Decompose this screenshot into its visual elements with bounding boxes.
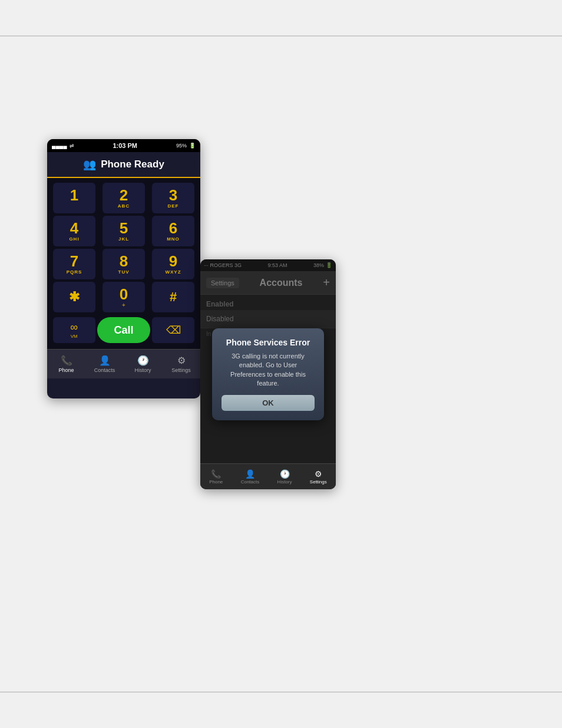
dialog-ok-button[interactable]: OK bbox=[222, 395, 315, 411]
phone1-header-icon: 👥 bbox=[83, 158, 96, 171]
phone1-action-row: ∞ VM Call ⌫ bbox=[49, 315, 198, 347]
phone2-tab-settings[interactable]: ⚙ Settings bbox=[310, 469, 327, 485]
dial-key-0[interactable]: 0 + bbox=[103, 282, 145, 312]
dialog-message: 3G calling is not currently enabled. Go … bbox=[222, 352, 315, 388]
dial-num-6: 6 bbox=[169, 220, 177, 236]
phone1-status-bar: ▄▄▄▄ ⇌ 1:03 PM 95% 🔋 bbox=[47, 139, 200, 152]
phone2-phone-icon: 📞 bbox=[211, 469, 221, 479]
phone1-header-title: Phone Ready bbox=[101, 159, 164, 170]
dial-key-3[interactable]: 3 DEF bbox=[152, 183, 194, 213]
dial-key-star[interactable]: ✱ bbox=[53, 282, 95, 312]
dial-num-star: ✱ bbox=[69, 291, 80, 304]
settings-tab-label: Settings bbox=[171, 367, 191, 373]
dial-key-7[interactable]: 7 PQRS bbox=[53, 249, 95, 279]
settings-tab-icon: ⚙ bbox=[177, 355, 186, 366]
dial-num-0: 0 bbox=[120, 286, 128, 302]
phone1-time: 1:03 PM bbox=[113, 142, 137, 149]
phone-tab-icon: 📞 bbox=[61, 355, 72, 366]
phone1-header: 👥 Phone Ready bbox=[47, 152, 200, 178]
dial-num-hash: # bbox=[170, 291, 177, 304]
call-button[interactable]: Call bbox=[97, 317, 150, 343]
phone2-phone-label: Phone bbox=[209, 479, 223, 485]
dialog-title: Phone Services Error bbox=[222, 338, 315, 347]
phone2-device: ··· ROGERS 3G 9:53 AM 38% 🔋 Settings Acc… bbox=[200, 259, 336, 489]
delete-button[interactable]: ⌫ bbox=[152, 317, 194, 343]
history-tab-icon: 🕐 bbox=[137, 355, 149, 366]
phone2-history-label: History bbox=[277, 479, 292, 485]
dial-num-7: 7 bbox=[70, 253, 78, 269]
dialpad-row-1: 1 2 ABC 3 DEF bbox=[49, 183, 198, 213]
phone2-contacts-label: Contacts bbox=[241, 479, 260, 485]
phone2-tab-contacts[interactable]: 👤 Contacts bbox=[241, 469, 260, 485]
phone2-contacts-icon: 👤 bbox=[245, 469, 255, 479]
phone1-tabbar: 📞 Phone 👤 Contacts 🕐 History ⚙ Settings bbox=[47, 349, 200, 378]
history-tab-label: History bbox=[134, 367, 151, 373]
dial-num-8: 8 bbox=[120, 253, 128, 269]
delete-icon: ⌫ bbox=[166, 324, 181, 337]
dial-key-5[interactable]: 5 JKL bbox=[103, 216, 145, 246]
dialpad-row-2: 4 GHI 5 JKL 6 MNO bbox=[49, 216, 198, 246]
phone2-tabbar: 📞 Phone 👤 Contacts 🕐 History ⚙ Settings bbox=[200, 463, 336, 489]
dial-key-6[interactable]: 6 MNO bbox=[152, 216, 194, 246]
phone1-signal-icon: ▄▄▄▄ bbox=[52, 143, 67, 149]
phone1-status-right: 95% 🔋 bbox=[176, 143, 196, 149]
dial-num-4: 4 bbox=[70, 220, 78, 236]
dial-letters-4: GHI bbox=[69, 236, 79, 242]
phone2-history-icon: 🕐 bbox=[280, 469, 290, 479]
phone2-dialog: Phone Services Error 3G calling is not c… bbox=[212, 328, 324, 421]
dial-key-8[interactable]: 8 TUV bbox=[103, 249, 145, 279]
call-label: Call bbox=[114, 324, 133, 337]
phone1-device: ▄▄▄▄ ⇌ 1:03 PM 95% 🔋 👥 Phone Ready 1 2 A… bbox=[47, 139, 200, 398]
phone2-dialog-overlay: Phone Services Error 3G calling is not c… bbox=[200, 259, 336, 489]
dial-letters-1 bbox=[73, 203, 75, 209]
dial-letters-3: DEF bbox=[168, 203, 179, 209]
dial-letters-9: WXYZ bbox=[165, 269, 181, 275]
dial-letters-2: ABC bbox=[118, 203, 130, 209]
dial-plus-0: + bbox=[122, 302, 125, 308]
dial-key-2[interactable]: 2 ABC bbox=[103, 183, 145, 213]
tab-settings[interactable]: ⚙ Settings bbox=[162, 355, 200, 373]
bottom-border bbox=[0, 691, 562, 693]
dial-key-1[interactable]: 1 bbox=[53, 183, 95, 213]
dialpad-row-4: ✱ 0 + # bbox=[49, 282, 198, 312]
dial-num-2: 2 bbox=[120, 187, 128, 203]
top-border bbox=[0, 35, 562, 37]
dial-num-9: 9 bbox=[169, 253, 177, 269]
phone2-tab-history[interactable]: 🕐 History bbox=[277, 469, 292, 485]
dialpad-row-3: 7 PQRS 8 TUV 9 WXYZ bbox=[49, 249, 198, 279]
phone2-settings-icon: ⚙ bbox=[315, 469, 322, 479]
tab-phone[interactable]: 📞 Phone bbox=[47, 355, 85, 373]
phone2-settings-label: Settings bbox=[310, 479, 327, 485]
contacts-tab-label: Contacts bbox=[94, 367, 115, 373]
vm-label: VM bbox=[71, 334, 78, 339]
phone-tab-label: Phone bbox=[58, 367, 74, 373]
voicemail-button[interactable]: ∞ VM bbox=[53, 317, 95, 343]
dial-letters-7: PQRS bbox=[67, 269, 82, 275]
dial-num-5: 5 bbox=[120, 220, 128, 236]
voicemail-icon: ∞ bbox=[70, 321, 78, 334]
dial-key-hash[interactable]: # bbox=[152, 282, 194, 312]
phone1-dialpad: 1 2 ABC 3 DEF 4 GHI 5 JKL 6 M bbox=[47, 178, 200, 349]
dial-letters-5: JKL bbox=[118, 236, 129, 242]
contacts-tab-icon: 👤 bbox=[99, 355, 111, 366]
dial-letters-8: TUV bbox=[118, 269, 130, 275]
phone1-status-left: ▄▄▄▄ ⇌ bbox=[52, 143, 74, 149]
dial-key-4[interactable]: 4 GHI bbox=[53, 216, 95, 246]
phone2-tab-phone[interactable]: 📞 Phone bbox=[209, 469, 223, 485]
phone1-wifi-icon: ⇌ bbox=[70, 143, 74, 149]
dial-letters-6: MNO bbox=[167, 236, 180, 242]
dial-key-9[interactable]: 9 WXYZ bbox=[152, 249, 194, 279]
phone1-battery-icon: 🔋 bbox=[189, 143, 196, 149]
dial-num-3: 3 bbox=[169, 187, 177, 203]
tab-contacts[interactable]: 👤 Contacts bbox=[85, 355, 124, 373]
phone1-battery: 95% bbox=[176, 143, 187, 149]
dial-num-1: 1 bbox=[70, 187, 78, 203]
tab-history[interactable]: 🕐 History bbox=[124, 355, 162, 373]
